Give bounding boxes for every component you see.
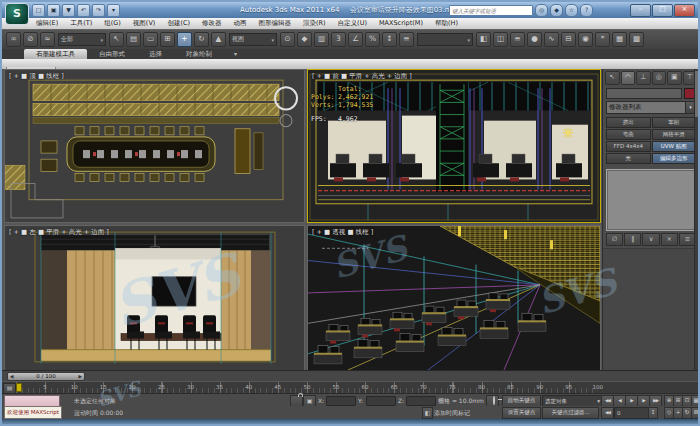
search-icon[interactable]: ◎ [535,4,548,17]
hierarchy-tab-icon[interactable]: ⊥ [636,71,651,85]
add-time-tag-button[interactable]: 添加时间标记 [434,406,470,419]
maximize-button[interactable]: □ [652,4,673,17]
viewport-left-label[interactable]: [ + ■ 左 ■ 平滑 + 高光 + 边面 ] [9,228,109,237]
create-tab-icon[interactable]: ↖ [605,71,620,85]
motion-tab-icon[interactable]: ◎ [652,71,667,85]
unlink-selection-button[interactable]: ⊘ [23,32,38,47]
modifier-lathe-button[interactable]: 车削 [652,117,697,128]
modifier-list-dropdown[interactable]: 修改器列表 ▾ [606,101,696,114]
menu-tools[interactable]: 工具(T) [64,18,98,29]
modifier-editpoly-button[interactable]: 编辑多边形 [652,153,697,164]
time-slider-handle[interactable]: ◀ 0 / 100 ▶ [7,372,85,381]
select-and-move-button[interactable]: + [177,32,192,47]
keyboard-override-toggle[interactable]: ▥ [314,32,329,47]
menu-maxscript[interactable]: MAXScript(M) [373,18,429,29]
coord-z-field[interactable] [406,396,436,406]
viewport-front-label[interactable]: [ + ■ 前 ■ 平滑 + 高光 + 边面 ] [312,72,412,81]
schematic-view-button[interactable]: ⊟ [561,32,576,47]
modify-tab-icon[interactable]: ◠ [621,71,636,85]
ribbon-tab-object-paint[interactable]: 对象绘制 [174,49,224,59]
rendered-frame-button[interactable]: ▦ [612,32,627,47]
viewport-perspective-label[interactable]: [ + ■ 透视 ■ 线框 ] [312,228,373,237]
search-input[interactable] [449,5,533,16]
curve-editor-button[interactable]: ∿ [544,32,559,47]
selection-region-button[interactable]: ▭ [143,32,158,47]
current-frame-field[interactable]: 0 [614,407,650,419]
select-and-link-button[interactable]: ∞ [6,32,21,47]
snaps-toggle[interactable]: 3 [331,32,346,47]
modifier-extrude-button[interactable]: 挤出 [606,117,651,128]
menu-graph-editors[interactable]: 图形编辑器 [253,18,298,29]
ribbon-tab-graphite-modeling[interactable]: 石墨建模工具 [24,49,87,59]
key-filters-button[interactable]: 关键点过滤器... [542,407,599,419]
viewport-perspective[interactable]: [ + ■ 透视 ■ 线框 ] [307,225,601,371]
viewport-top[interactable]: [ + ■ 顶 ■ 线框 ] [4,69,305,223]
menu-rendering[interactable]: 渲染(R) [297,18,332,29]
bind-to-space-warp-button[interactable]: ≈ [40,32,55,47]
make-unique-icon[interactable]: ∨ [642,233,659,246]
select-by-name-button[interactable]: ▤ [126,32,141,47]
modifier-meshsmooth-button[interactable]: 网格平滑 [652,129,697,140]
frame-spinner[interactable]: ↕ [648,407,658,419]
frame-back-icon[interactable]: ◀ [10,373,13,380]
ribbon-tab-selection[interactable]: 选择 [137,49,174,59]
help-icon[interactable]: ? [580,4,593,17]
communication-center-icon[interactable]: ◆ [550,4,563,17]
set-key-button[interactable]: 设置关键点 [502,407,541,419]
modifier-shell-button[interactable]: 壳 [606,153,651,164]
selection-filter-dropdown[interactable]: 全部 ▾ [58,33,106,46]
select-and-scale-button[interactable]: ▲ [211,32,226,47]
graphite-toggle-button[interactable]: ● [527,32,542,47]
material-editor-button[interactable]: ◉ [578,32,593,47]
viewport-left[interactable]: [ + ■ 左 ■ 平滑 + 高光 + 边面 ] [4,225,305,371]
menu-customize[interactable]: 自定义(U) [332,18,373,29]
render-production-button[interactable]: ▩ [629,32,644,47]
frame-forward-icon[interactable]: ▶ [79,373,82,380]
go-to-start-button-2[interactable]: ◀◀ [601,407,614,419]
viewport-front[interactable]: [ + ■ 前 ■ 平滑 + 高光 + 边面 ] Total: Polys:2,… [307,69,601,223]
ribbon-tab-freeform[interactable]: 自由形式 [87,49,137,59]
menu-group[interactable]: 组(G) [98,18,127,29]
spinner-snap-toggle[interactable]: ↕ [382,32,397,47]
maxscript-mini-listener[interactable]: 欢迎使用 MAXScript [4,406,62,419]
display-tab-icon[interactable]: ▣ [667,71,682,85]
select-and-manipulate-button[interactable]: ◆ [297,32,312,47]
modifier-stack-list[interactable] [606,169,696,231]
pin-stack-icon[interactable]: ∅ [606,233,623,246]
layer-manager-button[interactable]: ≡ [510,32,525,47]
menu-create[interactable]: 创建(C) [161,18,196,29]
modifier-ffd-button[interactable]: FFD 4x4x4 [606,141,651,152]
edit-named-sets-button[interactable]: ≡ [399,32,414,47]
show-end-result-icon[interactable]: ∥ [624,233,641,246]
menu-views[interactable]: 视图(V) [127,18,162,29]
menu-help[interactable]: 帮助(H) [429,18,464,29]
reference-coordinate-dropdown[interactable]: 视图 ▾ [229,33,277,46]
minimize-button[interactable]: – [630,4,651,17]
close-button[interactable]: × [674,4,695,17]
select-object-button[interactable]: ↖ [109,32,124,47]
ribbon-minimize-icon[interactable]: ▾ [234,49,237,59]
maximize-viewport-toggle-icon[interactable]: ⊠ [691,407,700,419]
coord-x-field[interactable] [326,396,356,406]
select-and-rotate-button[interactable]: ↻ [194,32,209,47]
percent-snap-toggle[interactable]: % [365,32,380,47]
window-crossing-toggle[interactable]: ⊞ [160,32,175,47]
track-bar[interactable]: ▤ 51015202530354045505560657075808590951… [2,381,698,393]
coord-y-field[interactable] [366,396,396,406]
command-panel-scrollbar[interactable] [694,69,699,370]
render-setup-button[interactable]: * [595,32,610,47]
menu-edit[interactable]: 编辑(E) [30,18,64,29]
named-selection-dropdown[interactable]: ▾ [417,33,473,46]
mirror-button[interactable]: ◧ [476,32,491,47]
angle-snap-toggle[interactable]: ∠ [348,32,363,47]
modifier-uvwmap-button[interactable]: UVW 贴图 [652,141,697,152]
time-slider-track[interactable]: ◀ 0 / 100 ▶ [2,370,698,381]
viewport-top-label[interactable]: [ + ■ 顶 ■ 线框 ] [9,72,64,81]
remove-modifier-icon[interactable]: × [661,233,678,246]
object-name-field[interactable] [606,88,682,99]
menu-animation[interactable]: 动画 [228,18,253,29]
align-button[interactable]: ◫ [493,32,508,47]
use-pivot-center-button[interactable]: ⊙ [280,32,295,47]
menu-modifiers[interactable]: 修改器 [196,18,228,29]
favorites-icon[interactable]: ☆ [565,4,578,17]
